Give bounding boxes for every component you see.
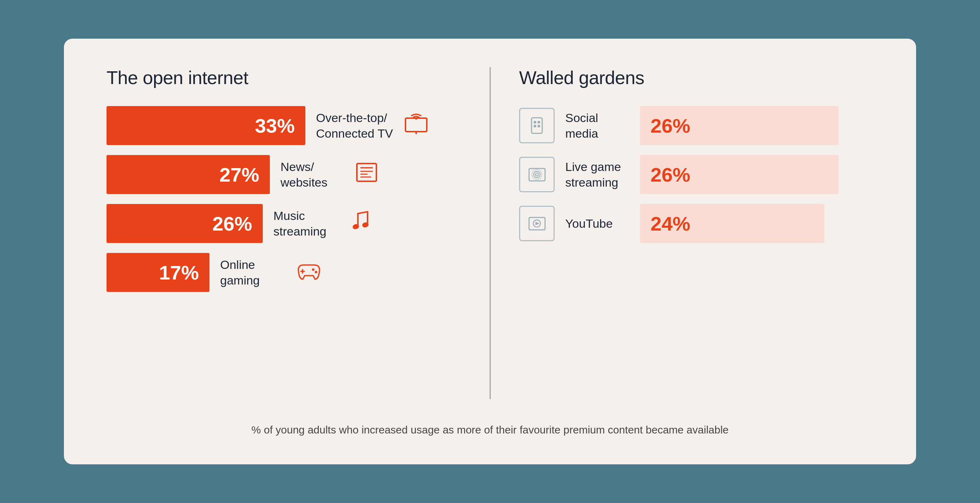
bar-ott: 33%	[107, 106, 305, 145]
right-row-livestream: Live gamestreaming 26%	[519, 155, 873, 194]
livestream-percentage: 26%	[651, 163, 690, 186]
footnote: % of young adults who increased usage as…	[107, 417, 873, 436]
social-media-icon	[519, 108, 555, 143]
svg-rect-0	[406, 118, 427, 132]
bar-row-news: 27% News/websites	[107, 155, 461, 194]
svg-point-24	[535, 173, 538, 176]
news-label: News/websites	[280, 159, 344, 190]
music-percentage: 26%	[212, 212, 252, 235]
bar-social: 26%	[640, 106, 839, 145]
gaming-label: Onlinegaming	[220, 257, 284, 288]
svg-rect-4	[357, 163, 376, 181]
svg-rect-23	[529, 168, 545, 181]
svg-rect-19	[534, 121, 536, 124]
svg-marker-29	[535, 222, 539, 225]
bar-row-gaming: 17% Onlinegaming	[107, 253, 461, 292]
svg-rect-18	[531, 118, 542, 133]
left-section-title: The open internet	[107, 67, 461, 88]
left-bars-container: 33% Over-the-top/Connected TV	[107, 106, 461, 399]
bar-gaming: 17%	[107, 253, 210, 292]
bar-news: 27%	[107, 155, 270, 194]
ott-label: Over-the-top/Connected TV	[316, 110, 393, 141]
social-label: Socialmedia	[565, 110, 629, 141]
bar-row-music: 26% Musicstreaming	[107, 204, 461, 243]
bar-livestream: 26%	[640, 155, 839, 194]
right-bars-container: Socialmedia 26%	[519, 106, 873, 399]
right-row-social: Socialmedia 26%	[519, 106, 873, 145]
youtube-icon	[519, 206, 555, 241]
bar-music: 26%	[107, 204, 263, 243]
left-section: The open internet 33% Over-the-top/Conne…	[107, 67, 490, 399]
gaming-percentage: 17%	[159, 261, 199, 284]
news-icon	[355, 162, 383, 187]
svg-rect-20	[538, 121, 540, 124]
music-icon	[348, 210, 376, 237]
youtube-label: YouTube	[565, 216, 629, 231]
youtube-percentage: 24%	[651, 212, 690, 235]
livestream-label: Live gamestreaming	[565, 159, 629, 190]
svg-rect-22	[538, 125, 540, 127]
bar-youtube: 24%	[640, 204, 824, 243]
right-section-title: Walled gardens	[519, 67, 873, 88]
svg-point-17	[315, 271, 317, 273]
svg-line-10	[358, 212, 368, 214]
social-percentage: 26%	[651, 114, 690, 137]
bar-row-ott: 33% Over-the-top/Connected TV	[107, 106, 461, 145]
chart-body: The open internet 33% Over-the-top/Conne…	[107, 67, 873, 399]
svg-rect-21	[534, 125, 536, 127]
right-row-youtube: YouTube 24%	[519, 204, 873, 243]
svg-point-16	[312, 268, 315, 271]
connected-tv-icon	[404, 113, 432, 138]
svg-point-25	[534, 171, 540, 178]
live-game-icon	[519, 157, 555, 192]
ott-percentage: 33%	[255, 114, 295, 137]
news-percentage: 27%	[220, 163, 259, 186]
gaming-icon	[295, 260, 323, 285]
music-label: Musicstreaming	[274, 208, 337, 239]
chart-container: The open internet 33% Over-the-top/Conne…	[64, 39, 916, 464]
svg-point-3	[415, 118, 417, 120]
right-section: Walled gardens	[491, 67, 873, 399]
